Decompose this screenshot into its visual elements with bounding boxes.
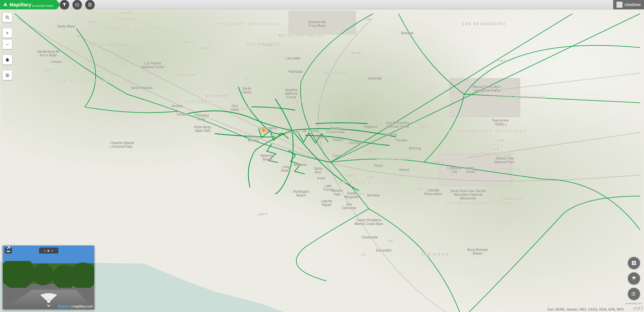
map-label: SAN BERNARDINO MOUNTAINS [444, 129, 527, 133]
map-label: Santa Clara River [204, 94, 228, 97]
map-label: Sespe Creek [178, 73, 195, 77]
map-label: 8016 ft [201, 46, 211, 50]
map-label: I-5 [361, 253, 365, 256]
map-label: 1521 ft [108, 145, 117, 149]
funnel-icon [62, 2, 67, 7]
map-label: 8829 ft [184, 40, 193, 44]
locate-button[interactable] [3, 71, 12, 80]
map-label: SAN JACINTO MOUNTAINS [411, 174, 483, 177]
map-label: SAN GABRIEL MOUNTAINS [292, 99, 363, 103]
map-viewport[interactable]: ANTELOPE VALLEYSAN BERNARDINORIVERSIDESA… [0, 9, 644, 312]
map-label: Colorado River Aqueduct [376, 157, 409, 161]
map-label: 2142 ft [44, 68, 53, 72]
map-label: Santa Monica [247, 135, 260, 142]
search-button[interactable] [3, 13, 12, 22]
map-label: US-395 [351, 51, 361, 55]
map-label: SIERRA MADRE MOUNTAINS [91, 27, 166, 31]
map-label: W. Covina [303, 129, 318, 133]
map-label: I-15 S [356, 192, 364, 196]
expand-viewer-button[interactable] [3, 246, 11, 254]
user-name: cbeddow [625, 2, 641, 7]
map-label: Oceanside [362, 235, 378, 239]
map-label: Los Padres National Forest [141, 61, 164, 69]
map-label: Escondido [376, 249, 392, 252]
map-label: Camp Pendleton Marine Corps Base [354, 218, 384, 226]
map-label: Point Mugu State Park [193, 125, 212, 133]
map-label: Santa Rosa San Jacinto Mountains Nationa… [450, 189, 487, 200]
user-menu[interactable]: cbeddow [613, 0, 644, 9]
chevron-down-icon[interactable]: ⌄ [46, 300, 52, 309]
traffic-sign-button[interactable] [72, 0, 82, 9]
map-label: 10815 ft [432, 160, 443, 164]
brand[interactable]: Mapillary for ArcGIS Online [0, 0, 56, 9]
map-label: SANTA BARBARA [89, 43, 130, 47]
map-label: CA-91 [364, 149, 373, 152]
basemap-button[interactable] [628, 257, 640, 269]
map-label: 10066 ft [334, 102, 345, 105]
map-label: Los Angeles [258, 126, 278, 130]
map-label: Perris [374, 164, 383, 168]
map-label: Anaheim [294, 163, 307, 167]
map-label: Cahuilla Reservation [424, 188, 442, 196]
map-label: I-15 [388, 239, 393, 242]
credit-user[interactable]: @gyllen [58, 305, 70, 308]
map-label: I-10 E [497, 139, 505, 142]
svg-point-10 [632, 294, 632, 294]
map-label: I-5 [245, 77, 249, 80]
map-label: El Monte [286, 130, 299, 134]
map-label: Ventura [171, 104, 183, 108]
svg-rect-8 [634, 263, 636, 265]
map-label: 2068 ft [258, 213, 267, 216]
avatar [616, 2, 623, 8]
sequence-nav[interactable]: ‹ ▸ › [39, 248, 58, 254]
zoom-in-button[interactable]: + [3, 28, 12, 38]
credit-site[interactable]: mapillary.com [72, 305, 93, 308]
home-button[interactable] [3, 55, 12, 64]
map-label: SAN DIEGO [421, 253, 449, 256]
map-label: Santa Clarita [239, 87, 254, 94]
layers-button[interactable] [628, 272, 640, 284]
sign-icon [75, 2, 80, 7]
map-label: Marine Corps Agcc Twentynine Palms [468, 85, 505, 92]
map-label: San Bernardino National Forest [384, 121, 411, 128]
map-label: Ontario [332, 138, 343, 142]
svg-rect-5 [632, 261, 634, 263]
map-label: Santa Barbara [131, 86, 153, 90]
map-label: Anza-Borrego Desert [466, 248, 489, 255]
zoom-out-button[interactable]: − [3, 40, 12, 49]
map-label: BULLION MOUNTAINS [489, 95, 547, 99]
map-label: Murrieta [367, 193, 380, 197]
map-label: Cuyama River [116, 17, 135, 21]
map-label: Thousand Oaks [193, 114, 210, 121]
map-label: California Aqueduct [322, 72, 348, 75]
map-label: ANTELOPE VALLEY [279, 34, 325, 37]
map-label: Banning [409, 146, 421, 150]
map-label: Irvine [317, 176, 325, 180]
streetview-scene [3, 261, 94, 288]
map-label: Riverside [350, 141, 364, 145]
map-label: Palmdale [289, 70, 303, 74]
play-sequence-icon[interactable]: ▸ [48, 248, 50, 253]
next-image-icon[interactable]: › [52, 248, 53, 253]
map-label: Highland [364, 125, 377, 129]
attribution: Esri, HERE, Garmin, FAO, USGS, NGA, EPA,… [548, 303, 643, 311]
map-label: CA-58 [362, 17, 371, 21]
map-label: Simi Valley [228, 104, 242, 112]
map-label: I-10 [417, 187, 423, 191]
clipboard-button[interactable] [85, 0, 95, 9]
legend-button[interactable] [628, 288, 640, 300]
svg-point-9 [632, 292, 632, 293]
map-label: VENTURA [185, 100, 208, 104]
map-label: Edwards Air Force Base [305, 20, 329, 28]
map-label: Rancho Cucamonga [326, 126, 346, 134]
map-label: SANTA ANA MOUNTAINS [336, 181, 400, 184]
prev-image-icon[interactable]: ‹ [44, 248, 46, 253]
esri-logo: esri [633, 305, 643, 311]
filter-button[interactable] [60, 0, 69, 9]
svg-point-11 [632, 295, 632, 296]
map-label: Palm Desert [464, 166, 477, 174]
svg-rect-6 [634, 261, 636, 263]
street-viewer[interactable]: ‹ ▸ › ⌄ @gyllen | mapillary.com [3, 246, 94, 309]
map-label: Yucaipa [395, 138, 407, 142]
map-label: Redlands [383, 133, 397, 136]
